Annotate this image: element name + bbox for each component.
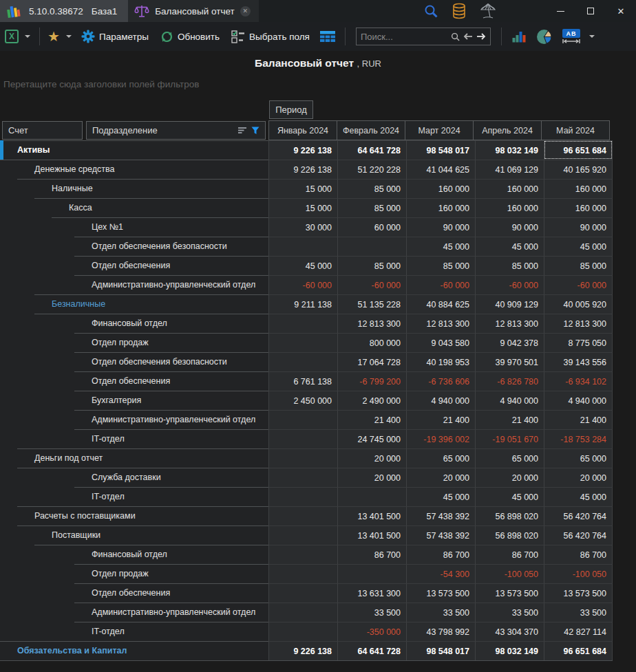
value-cell[interactable]: 33 500 [406, 603, 475, 622]
value-cell[interactable]: 9 226 138 [268, 641, 337, 660]
value-cell[interactable]: 800 000 [337, 333, 406, 352]
value-cell[interactable]: 42 827 114 [544, 622, 613, 641]
value-cell[interactable]: 9 226 138 [268, 160, 337, 179]
value-cell[interactable]: 96 651 684 [544, 140, 613, 160]
value-cell[interactable]: 9 042 378 [475, 333, 544, 352]
value-cell[interactable]: -60 000 [337, 275, 406, 294]
value-cell[interactable]: 15 000 [268, 198, 337, 217]
value-cell[interactable]: 64 641 728 [337, 641, 406, 660]
value-cell[interactable]: -6 799 200 [337, 371, 406, 391]
row-label[interactable]: Поставщики [0, 525, 268, 545]
value-cell[interactable]: 45 000 [406, 237, 475, 256]
row-label[interactable]: Денежные средства [0, 160, 268, 179]
row-label[interactable]: Обязательства и Капитал [0, 641, 268, 660]
value-cell[interactable]: 160 000 [544, 179, 613, 198]
row-label[interactable]: Административно-управленческий отдел [0, 275, 268, 294]
value-cell[interactable]: 39 143 556 [544, 352, 613, 371]
value-cell[interactable]: 45 000 [406, 487, 475, 506]
value-cell[interactable]: 43 304 370 [475, 622, 544, 641]
value-cell[interactable] [268, 506, 337, 525]
row-label[interactable]: Административно-управленческий отдел [0, 410, 268, 429]
value-cell[interactable]: 57 438 392 [406, 525, 475, 545]
row-label[interactable]: Отдел продаж [0, 333, 268, 352]
value-cell[interactable]: 98 032 149 [475, 641, 544, 660]
value-cell[interactable]: 6 761 138 [268, 371, 337, 391]
value-cell[interactable]: 40 165 920 [544, 160, 613, 179]
value-cell[interactable] [268, 314, 337, 333]
value-cell[interactable] [268, 545, 337, 564]
value-cell[interactable] [268, 622, 337, 641]
value-cell[interactable]: 56 898 020 [475, 525, 544, 545]
column-header[interactable]: Май 2024 [541, 120, 610, 140]
value-cell[interactable] [268, 448, 337, 468]
value-cell[interactable]: 12 813 300 [475, 314, 544, 333]
row-label[interactable]: Служба доставки [0, 468, 268, 487]
value-cell[interactable]: 20 000 [406, 468, 475, 487]
value-cell[interactable]: 65 000 [406, 448, 475, 468]
value-cell[interactable] [268, 410, 337, 429]
value-cell[interactable]: 9 043 580 [406, 333, 475, 352]
excel-export-icon[interactable]: X [5, 30, 19, 43]
value-cell[interactable]: 86 700 [406, 545, 475, 564]
database-tab[interactable]: База1 [92, 6, 117, 17]
value-cell[interactable]: -60 000 [544, 275, 613, 294]
department-field-button[interactable]: Подразделение [86, 121, 266, 140]
row-label[interactable]: Бухгалтерия [0, 391, 268, 410]
row-label[interactable]: Отдел обеспечения безопасности [0, 352, 268, 371]
value-cell[interactable]: 2 490 000 [337, 391, 406, 410]
row-label[interactable]: Безналичные [0, 294, 268, 314]
row-label[interactable]: Отдел обеспечения безопасности [0, 237, 268, 256]
row-label[interactable]: IT-отдел [0, 487, 268, 506]
value-cell[interactable]: 17 064 728 [337, 352, 406, 371]
row-label[interactable]: Цех №1 [0, 217, 268, 237]
value-cell[interactable] [268, 429, 337, 448]
search-next-icon[interactable] [476, 32, 486, 41]
value-cell[interactable] [268, 487, 337, 506]
value-cell[interactable]: 21 400 [406, 410, 475, 429]
value-cell[interactable]: 4 940 000 [475, 391, 544, 410]
value-cell[interactable] [268, 333, 337, 352]
pie-chart-icon[interactable] [536, 29, 552, 45]
value-cell[interactable]: 160 000 [475, 179, 544, 198]
value-cell[interactable]: 57 438 392 [406, 506, 475, 525]
value-cell[interactable]: 20 000 [337, 448, 406, 468]
value-cell[interactable]: 9 226 138 [268, 140, 337, 160]
parameters-button[interactable]: Параметры [78, 30, 152, 43]
value-cell[interactable]: 41 044 625 [406, 160, 475, 179]
excel-dropdown-caret[interactable] [25, 35, 30, 38]
value-cell[interactable]: 160 000 [406, 198, 475, 217]
value-cell[interactable]: 98 032 149 [475, 140, 544, 160]
value-cell[interactable]: 13 401 500 [337, 525, 406, 545]
refresh-button[interactable]: Обновить [157, 30, 223, 43]
value-cell[interactable]: 21 400 [475, 410, 544, 429]
value-cell[interactable]: 85 000 [475, 256, 544, 275]
row-label[interactable]: Финансовый отдел [0, 545, 268, 564]
favorites-dropdown-caret[interactable] [66, 35, 72, 38]
value-cell[interactable]: -18 753 284 [544, 429, 613, 448]
row-label[interactable]: Отдел обеспечения [0, 583, 268, 603]
value-cell[interactable] [268, 468, 337, 487]
row-label[interactable]: IT-отдел [0, 622, 268, 641]
close-button[interactable]: ✕ [606, 0, 636, 22]
filter-funnel-icon[interactable] [251, 127, 259, 135]
row-label[interactable]: Отдел продаж [0, 564, 268, 583]
maximize-button[interactable] [575, 0, 606, 22]
row-label[interactable]: Отдел обеспечения [0, 371, 268, 391]
minimize-button[interactable] [545, 0, 575, 22]
value-cell[interactable]: 96 651 684 [544, 641, 613, 660]
row-label[interactable]: Административно-управленческий отдел [0, 603, 268, 622]
column-header[interactable]: Март 2024 [405, 120, 474, 140]
column-header[interactable]: Апрель 2024 [473, 120, 542, 140]
value-cell[interactable]: 9 211 138 [268, 294, 337, 314]
column-header[interactable]: Февраль 2024 [337, 120, 405, 140]
value-cell[interactable]: 15 000 [268, 179, 337, 198]
value-cell[interactable]: 85 000 [337, 256, 406, 275]
value-cell[interactable]: 60 000 [337, 217, 406, 237]
row-label[interactable]: IT-отдел [0, 429, 268, 448]
value-cell[interactable]: 45 000 [544, 237, 613, 256]
value-cell[interactable]: 24 745 000 [337, 429, 406, 448]
value-cell[interactable]: 86 700 [544, 545, 613, 564]
value-cell[interactable]: 56 420 764 [544, 525, 613, 545]
report-tab[interactable]: Балансовый отчет ✕ [128, 0, 258, 22]
row-label[interactable]: Финансовый отдел [0, 314, 268, 333]
